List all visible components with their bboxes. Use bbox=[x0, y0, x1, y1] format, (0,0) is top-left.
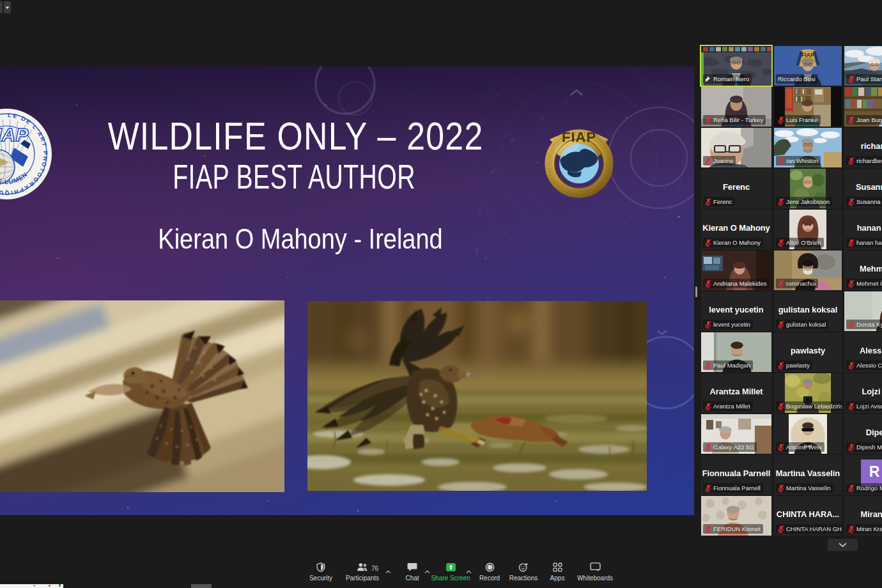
svg-text:FIAP: FIAP bbox=[801, 52, 815, 58]
svg-text:170: 170 bbox=[477, 206, 483, 214]
svg-text:210: 210 bbox=[561, 98, 569, 105]
